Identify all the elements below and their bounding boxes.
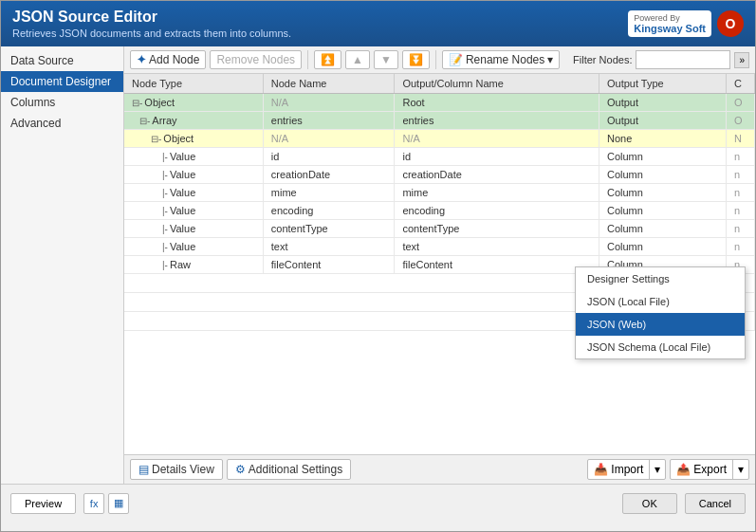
cell-c: n	[727, 202, 755, 220]
context-menu-designer-settings[interactable]: Designer Settings	[576, 267, 745, 290]
move-bottom-button[interactable]: ⏬	[402, 50, 430, 69]
col-output-name: Output/Column Name	[395, 74, 599, 94]
table-row[interactable]: |-Value creationDate creationDate Column…	[124, 166, 755, 184]
cell-node-name: N/A	[263, 130, 395, 148]
table-row[interactable]: |-Value mime mime Column n	[124, 184, 755, 202]
sidebar-item-columns[interactable]: Columns	[1, 92, 123, 113]
cell-output-type: None	[599, 130, 726, 148]
col-output-type: Output Type	[599, 74, 726, 94]
footer-icon-2[interactable]: ▦	[108, 493, 129, 514]
cell-node-type: ⊟-Array	[124, 112, 263, 130]
cell-output-type: Column	[599, 184, 726, 202]
logo-text-block: Powered By Kingsway Soft	[634, 13, 706, 34]
cell-output-type: Output	[599, 94, 726, 112]
cell-output-name: contentType	[395, 220, 599, 238]
cell-node-name: entries	[263, 112, 395, 130]
cell-node-type: |-Value	[124, 202, 263, 220]
import-dropdown-arrow[interactable]: ▾	[650, 460, 665, 479]
add-node-button[interactable]: ✦ Add Node	[130, 50, 206, 69]
cell-node-name: mime	[263, 184, 395, 202]
table-row[interactable]: |-Value id id Column n	[124, 148, 755, 166]
details-view-icon: ▤	[138, 463, 149, 476]
ok-button[interactable]: OK	[622, 493, 677, 514]
header: JSON Source Editor Retrieves JSON docume…	[1, 1, 755, 46]
move-top-button[interactable]: ⏫	[314, 50, 341, 69]
col-node-type: Node Type	[124, 74, 263, 94]
import-button[interactable]: 📥 Import ▾	[587, 459, 666, 480]
tree-leaf-icon: |-	[162, 170, 168, 180]
cell-node-type: |-Value	[124, 220, 263, 238]
context-menu-json-schema[interactable]: JSON Schema (Local File)	[576, 336, 745, 358]
cell-output-type: Output	[599, 112, 726, 130]
cell-output-type: Column	[599, 166, 726, 184]
app-title: JSON Source Editor	[12, 9, 291, 26]
app-subtitle: Retrieves JSON documents and extracts th…	[12, 28, 291, 39]
cell-node-name: encoding	[263, 202, 395, 220]
table-row[interactable]: ⊟-Object N/A N/A None N	[124, 130, 755, 148]
footer-right: OK Cancel	[622, 493, 746, 514]
footer: Preview fx ▦ OK Cancel	[1, 484, 755, 522]
cell-node-type: ⊟-Object	[124, 94, 263, 112]
sidebar-item-advanced[interactable]: Advanced	[1, 113, 123, 134]
cancel-button[interactable]: Cancel	[685, 493, 746, 514]
export-dropdown-arrow[interactable]: ▾	[733, 460, 748, 479]
table-row[interactable]: ⊟-Object N/A Root Output O	[124, 94, 755, 112]
context-menu-json-local[interactable]: JSON (Local File)	[576, 290, 745, 313]
header-left: JSON Source Editor Retrieves JSON docume…	[12, 9, 291, 39]
details-view-tab[interactable]: ▤ Details View	[130, 459, 223, 480]
add-icon: ✦	[137, 53, 146, 66]
filter-area: Filter Nodes: »	[573, 50, 749, 69]
table-row[interactable]: |-Value text text Column n	[124, 238, 755, 256]
filter-input[interactable]	[636, 50, 730, 69]
sidebar-item-data-source[interactable]: Data Source	[1, 50, 123, 71]
preview-button[interactable]: Preview	[10, 493, 76, 514]
cell-c: N	[727, 130, 755, 148]
cell-output-name: creationDate	[395, 166, 599, 184]
cell-c: O	[727, 94, 755, 112]
import-main[interactable]: 📥 Import	[588, 460, 650, 479]
table-row[interactable]: |-Value encoding encoding Column n	[124, 202, 755, 220]
context-menu-json-web[interactable]: JSON (Web)	[576, 313, 745, 336]
remove-nodes-button[interactable]: Remove Nodes	[210, 50, 302, 69]
cell-output-name: entries	[395, 112, 599, 130]
additional-settings-tab[interactable]: ⚙ Additional Settings	[227, 459, 351, 480]
footer-icon-1[interactable]: fx	[83, 493, 104, 514]
cell-output-type: Column	[599, 202, 726, 220]
export-button[interactable]: 📤 Export ▾	[670, 459, 749, 480]
cell-output-name: N/A	[395, 130, 599, 148]
cell-node-name: creationDate	[263, 166, 395, 184]
cell-node-name: N/A	[263, 94, 395, 112]
footer-icons: fx ▦	[83, 493, 129, 514]
cell-c: n	[727, 166, 755, 184]
table-row[interactable]: ⊟-Array entries entries Output O	[124, 112, 755, 130]
content-area: ✦ Add Node Remove Nodes ⏫ ▲ ▼ ⏬ 📝 Ren	[124, 46, 755, 484]
cell-node-name: text	[263, 238, 395, 256]
cell-node-name: id	[263, 148, 395, 166]
tree-leaf-icon: |-	[162, 188, 168, 198]
cell-node-type: ⊟-Object	[124, 130, 263, 148]
export-main[interactable]: 📤 Export	[671, 460, 733, 479]
export-icon: 📤	[676, 463, 691, 476]
cell-output-name: id	[395, 148, 599, 166]
cell-output-name: fileContent	[395, 256, 599, 274]
tree-expand-icon: ⊟-	[151, 134, 161, 144]
rename-nodes-button[interactable]: 📝 Rename Nodes ▾	[442, 50, 560, 69]
cell-output-type: Column	[599, 220, 726, 238]
brand-name: Kingsway Soft	[634, 23, 706, 34]
table-row[interactable]: |-Value contentType contentType Column n	[124, 220, 755, 238]
cell-output-type: Column	[599, 238, 726, 256]
filter-label: Filter Nodes:	[573, 54, 632, 65]
cell-node-type: |-Value	[124, 148, 263, 166]
table-container: Node Type Node Name Output/Column Name O…	[124, 74, 755, 454]
cell-node-name: contentType	[263, 220, 395, 238]
move-down-button[interactable]: ▼	[374, 50, 398, 69]
cell-node-type: |-Raw	[124, 256, 263, 274]
cell-output-name: text	[395, 238, 599, 256]
cell-c: n	[727, 148, 755, 166]
sidebar-item-document-designer[interactable]: Document Designer	[1, 71, 123, 92]
header-right: Powered By Kingsway Soft O	[628, 10, 744, 37]
tree-leaf-icon: |-	[162, 242, 168, 252]
settings-icon: ⚙	[235, 463, 246, 476]
filter-expand-button[interactable]: »	[734, 52, 749, 68]
move-up-button[interactable]: ▲	[345, 50, 370, 69]
